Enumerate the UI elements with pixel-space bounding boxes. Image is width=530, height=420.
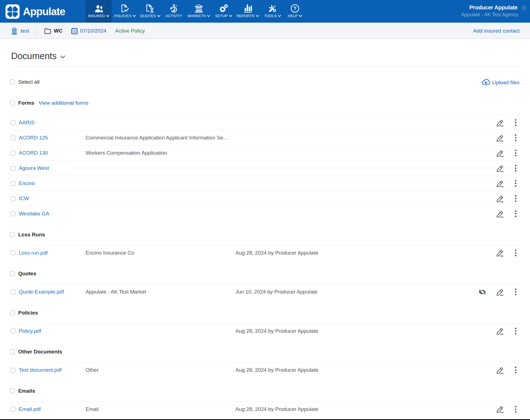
svg-text:?: ? — [293, 6, 296, 11]
